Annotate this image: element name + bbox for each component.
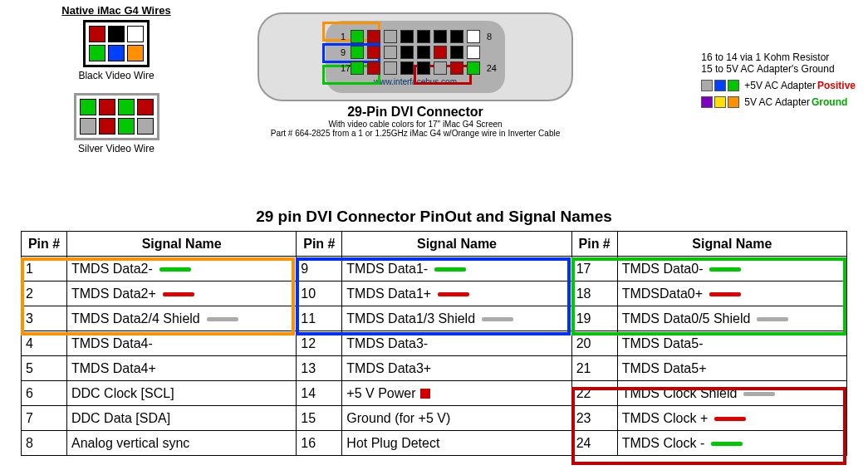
native-title: Native iMac G4 Wires <box>33 4 199 17</box>
silver-wire-box <box>74 93 159 140</box>
th-2: Pin # <box>297 232 342 257</box>
pin-num-8: 8 <box>487 32 492 42</box>
connector-title: 29-Pin DVI Connector <box>257 105 573 120</box>
pinout-table: Pin # Signal Name Pin # Signal Name Pin … <box>21 231 847 456</box>
pin-num-17: 17 <box>341 63 351 73</box>
pin-num-24: 24 <box>487 63 497 73</box>
pin-num-1: 1 <box>341 32 346 42</box>
native-wires: Native iMac G4 Wires Black Video Wire Si… <box>33 4 199 154</box>
th-5: Signal Name <box>617 232 846 257</box>
silver-wire-label: Silver Video Wire <box>33 143 199 154</box>
table-row: 5TMDS Data4+13TMDS Data3+21TMDS Data5+ <box>22 356 847 381</box>
th-4: Pin # <box>571 232 617 257</box>
legend-positive: +5V AC Adapter Positive <box>701 80 856 91</box>
table-row: 3TMDS Data2/4 Shield11TMDS Data1/3 Shiel… <box>22 306 847 331</box>
table-row: 7DDC Data [SDA]15Ground (for +5 V)23TMDS… <box>22 406 847 431</box>
legend: 16 to 14 via 1 Kohm Resistor 15 to 5V AC… <box>701 51 856 113</box>
th-3: Signal Name <box>342 232 571 257</box>
table-row: 2TMDS Data2+10TMDS Data1+18TMDSData0+ <box>22 282 847 306</box>
note-2: 15 to 5V AC Adapter's Ground <box>701 63 856 75</box>
table-row: 4TMDS Data4-12TMDS Data3-20TMDS Data5- <box>22 331 847 356</box>
th-1: Signal Name <box>67 232 297 257</box>
dvi-connector: 1 8 9 17 24 www.interfacebus.com 29-Pin … <box>257 12 573 138</box>
connector-sub1: With video cable colors for 17" iMac G4 … <box>257 120 573 129</box>
connector-url: www.interfacebus.com <box>351 77 480 86</box>
table-row: 6DDC Clock [SCL]14+5 V Power22TMDS Clock… <box>22 381 847 406</box>
black-wire-label: Black Video Wire <box>33 70 199 81</box>
table-row: 8Analog vertical sync16Hot Plug Detect24… <box>22 431 847 456</box>
connector-sub2: Part # 664-2825 from a 1 or 1.25GHz iMac… <box>257 129 573 138</box>
table-title: 29 pin DVI Connector PinOut and Signal N… <box>0 208 868 226</box>
table-row: 1TMDS Data2-9TMDS Data1-17TMDS Data0- <box>22 257 847 282</box>
note-1: 16 to 14 via 1 Kohm Resistor <box>701 51 856 63</box>
table: Pin # Signal Name Pin # Signal Name Pin … <box>21 231 847 456</box>
legend-ground: 5V AC Adapter Ground <box>701 96 856 108</box>
th-0: Pin # <box>22 232 67 257</box>
black-wire-box <box>83 20 150 67</box>
pin-num-9: 9 <box>341 47 346 57</box>
